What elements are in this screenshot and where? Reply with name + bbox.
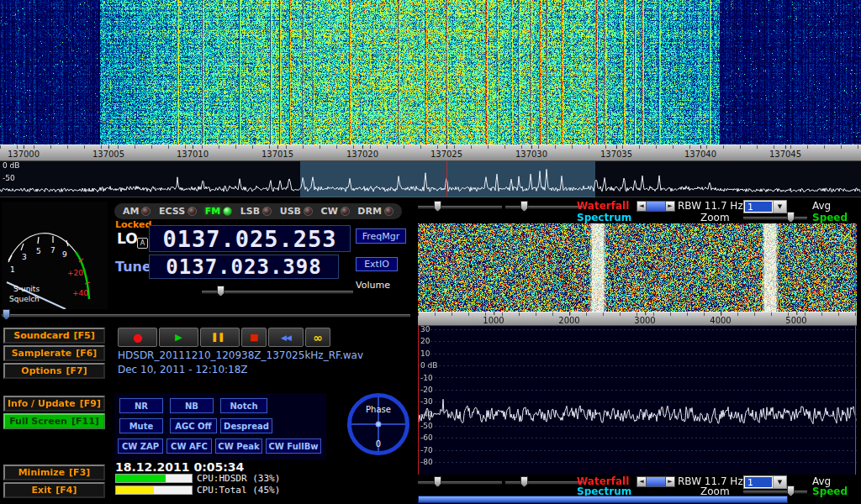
mode-fm-led-icon (223, 207, 232, 216)
pause-button[interactable]: ▌▌ (200, 328, 240, 347)
mode-usb-button[interactable]: USB (280, 206, 313, 217)
notch-button[interactable]: Notch (220, 398, 267, 413)
freqmgr-button[interactable]: FreqMgr (356, 228, 406, 244)
nr-button[interactable]: NR (119, 398, 163, 413)
combo-dropdown-icon[interactable]: ▼ (773, 476, 786, 488)
samplerate-button[interactable]: Samplerate [F6] (3, 345, 105, 361)
recording-timestamp: Dec 10, 2011 - 12:10:18Z (118, 364, 248, 375)
tune-cursor-line[interactable] (446, 161, 447, 197)
s-meter-label-7: 7 (50, 246, 55, 255)
ruler-tick: 137005 (92, 150, 124, 159)
waterfall-mode-label-top[interactable]: Waterfall (577, 200, 629, 212)
rf-top-slider2-track[interactable] (505, 206, 583, 209)
rf-top-slider1-thumb[interactable] (434, 201, 441, 212)
rf-frequency-ruler[interactable]: 1000 2000 3000 4000 5000 (418, 312, 857, 326)
s-meter-label-3: 3 (22, 253, 27, 261)
s-meter-label-plus40: +40 (72, 289, 88, 297)
main-waterfall-display[interactable] (0, 0, 861, 144)
tune-frequency-display[interactable]: 0137.023.398 (149, 255, 339, 279)
rewind-button[interactable]: ◀◀ (268, 328, 304, 347)
rf-ruler-tick: 3000 (634, 316, 655, 325)
info-update-button[interactable]: Info / Update [F9] (3, 396, 105, 412)
zoom-left-arrow-icon[interactable]: ◄ (637, 476, 647, 487)
minimize-button[interactable]: Minimize [F3] (3, 465, 105, 480)
mode-fm-label: FM (205, 206, 220, 217)
avg-combo-bottom[interactable]: 1 ▼ (743, 475, 787, 489)
rf-bottom-slider2-track[interactable] (505, 481, 583, 485)
s-meter[interactable]: 1 3 5 7 9 +20 +40 S-units Squelch (2, 202, 108, 309)
soundcard-key: [F5] (74, 330, 95, 341)
rf-top-slider1-track[interactable] (418, 206, 502, 209)
exit-button[interactable]: Exit [F4] (3, 482, 105, 498)
zoom-left-arrow-icon[interactable]: ◄ (637, 201, 647, 212)
cw-zap-button[interactable]: CW ZAP (118, 438, 163, 454)
stop-icon: ■ (250, 332, 258, 343)
cpu-total-bar-fill (116, 486, 154, 494)
speed-slider-track-top[interactable] (743, 217, 807, 220)
mode-am-button[interactable]: AM (123, 206, 151, 217)
zoom-scrollbar[interactable] (418, 496, 788, 503)
speed-slider-thumb-bottom[interactable] (787, 486, 795, 496)
squelch-slider-thumb[interactable] (3, 309, 10, 320)
zoom-label-top: Zoom (700, 212, 730, 223)
play-icon: ▶ (175, 332, 182, 343)
combo-dropdown-icon[interactable]: ▼ (773, 201, 786, 213)
main-spectrum-display[interactable]: 0 dB -50 (0, 161, 861, 197)
mode-ecss-led-icon (188, 207, 197, 216)
cw-afc-button[interactable]: CW AFC (166, 438, 212, 454)
dsp-panel: NR NB Notch Mute AGC Off Despread CW ZAP… (114, 393, 326, 460)
rbw-label-top: RBW 11.7 Hz (678, 200, 743, 212)
lo-auto-badge[interactable]: A (137, 238, 148, 249)
mute-button[interactable]: Mute (119, 418, 163, 433)
squelch-slider-track[interactable] (2, 314, 410, 318)
nb-button[interactable]: NB (170, 398, 214, 413)
mode-ecss-button[interactable]: ECSS (159, 206, 197, 217)
volume-slider-track[interactable] (202, 291, 353, 294)
phase-scope: Phase 0 (347, 393, 409, 455)
exit-label: Exit (32, 485, 52, 496)
options-key: [F7] (66, 365, 87, 376)
cw-peak-button[interactable]: CW Peak (215, 438, 262, 454)
speed-slider-thumb-top[interactable] (787, 212, 795, 223)
volume-slider-thumb[interactable] (217, 286, 224, 297)
loop-button[interactable]: ∞ (305, 328, 330, 347)
zoom-scroll-top: ◄ ► (637, 201, 675, 212)
speed-label-bottom: Speed (812, 486, 848, 497)
mode-drm-button[interactable]: DRM (357, 206, 394, 217)
main-frequency-ruler[interactable]: 137000 137005 137010 137015 137020 13702… (0, 144, 861, 161)
extio-button[interactable]: ExtIO (356, 257, 398, 271)
mode-lsb-button[interactable]: LSB (240, 206, 272, 217)
options-button[interactable]: Options [F7] (3, 363, 105, 379)
rf-bottom-slider1-track[interactable] (418, 481, 502, 485)
zoom-right-arrow-icon[interactable]: ► (665, 201, 675, 212)
speed-slider-track-bottom[interactable] (743, 491, 807, 494)
mode-fm-button[interactable]: FM (205, 206, 232, 217)
rf-ruler-tick: 2000 (558, 316, 579, 325)
rf-bottom-slider2-thumb[interactable] (520, 476, 528, 487)
cpu-total-bar (115, 486, 193, 495)
zoom-scroll-thumb[interactable] (647, 201, 665, 212)
ruler-tick: 137045 (769, 150, 801, 159)
mode-cw-button[interactable]: CW (321, 206, 350, 217)
rf-spectrum-display[interactable] (418, 326, 857, 475)
despread-button[interactable]: Despread (220, 418, 272, 433)
cw-fullbw-button[interactable]: CW FullBw (266, 438, 321, 454)
play-button[interactable]: ▶ (159, 328, 198, 347)
zoom-right-arrow-icon[interactable]: ► (665, 476, 675, 487)
record-button[interactable]: ● (118, 328, 157, 347)
rf-db-label: 0 dB (420, 361, 437, 370)
soundcard-button[interactable]: Soundcard [F5] (3, 328, 105, 344)
zoom-scroll-thumb[interactable] (647, 476, 665, 487)
rf-waterfall-display[interactable] (418, 223, 857, 312)
fullscreen-button[interactable]: Full Screen [F11] (3, 413, 105, 429)
lo-frequency-display[interactable]: 0137.025.253 (149, 225, 351, 252)
avg-combo-top[interactable]: 1 ▼ (743, 200, 787, 213)
ruler-tick: 137020 (346, 150, 378, 159)
stop-button[interactable]: ■ (241, 328, 267, 347)
ruler-tick: 137030 (515, 150, 547, 159)
spectrum-mode-label-top[interactable]: Spectrum (577, 212, 631, 223)
rf-bottom-slider1-thumb[interactable] (434, 476, 441, 487)
agc-off-button[interactable]: AGC Off (170, 418, 217, 433)
cpu-total-label: CPU:Total (45%) (197, 485, 280, 496)
rf-top-slider2-thumb[interactable] (520, 201, 528, 212)
